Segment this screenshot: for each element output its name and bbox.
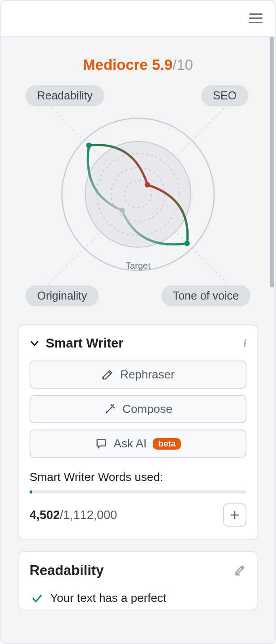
usage-progress-fill — [30, 490, 32, 494]
svg-point-10 — [120, 207, 125, 213]
smart-writer-title: Smart Writer — [46, 336, 237, 351]
svg-point-8 — [145, 182, 150, 188]
axis-pill-seo[interactable]: SEO — [201, 85, 248, 106]
usage-total: 1,112,000 — [63, 508, 117, 522]
scroll-region[interactable]: Mediocre 5.9/10 — [1, 37, 275, 643]
compose-button[interactable]: Compose — [30, 395, 246, 423]
compose-label: Compose — [122, 402, 172, 416]
topbar — [1, 1, 275, 37]
axis-pill-tone[interactable]: Tone of voice — [161, 285, 250, 306]
svg-point-11 — [106, 411, 107, 412]
readability-check-text: Your text has a perfect — [50, 591, 166, 605]
beta-badge: beta — [153, 438, 181, 450]
ask-ai-button[interactable]: Ask AI beta — [30, 429, 246, 458]
smart-writer-card: Smart Writer i Rephraser Compose Ask AI … — [18, 324, 258, 540]
axis-pill-originality[interactable]: Originality — [26, 285, 99, 306]
score-value: 5.9 — [152, 56, 172, 73]
readability-card: Readability Your text has a perfect — [18, 551, 258, 610]
chat-icon — [95, 438, 108, 450]
wand-icon — [104, 403, 116, 416]
chevron-down-icon[interactable] — [30, 339, 39, 348]
usage-sep: / — [60, 508, 64, 522]
score-summary: Mediocre 5.9/10 — [1, 37, 275, 78]
svg-point-7 — [86, 142, 91, 148]
radar-chart: Target Readability SEO Originality Tone … — [1, 78, 275, 311]
svg-point-9 — [185, 241, 190, 246]
usage-numbers: 4,502/1,112,000 — [30, 508, 117, 522]
pencil-icon[interactable] — [234, 563, 246, 578]
usage-label: Smart Writer Words used: — [30, 470, 246, 484]
rephraser-label: Rephraser — [120, 368, 174, 382]
edit-icon — [101, 369, 114, 381]
ask-ai-label: Ask AI — [114, 437, 147, 451]
readability-title: Readability — [30, 562, 234, 579]
check-icon — [31, 593, 43, 605]
readability-check-row: Your text has a perfect — [30, 591, 246, 605]
usage-used: 4,502 — [30, 508, 60, 522]
add-words-button[interactable] — [223, 503, 246, 527]
svg-point-3 — [85, 142, 191, 247]
rephraser-button[interactable]: Rephraser — [30, 361, 246, 389]
axis-pill-readability[interactable]: Readability — [26, 85, 104, 106]
menu-icon[interactable] — [249, 13, 263, 24]
radar-target-label: Target — [125, 261, 151, 271]
info-icon[interactable]: i — [243, 337, 246, 349]
plus-icon — [230, 510, 240, 520]
score-label: Mediocre — [83, 56, 148, 73]
usage-progress — [30, 490, 246, 494]
score-max: /10 — [172, 56, 193, 73]
